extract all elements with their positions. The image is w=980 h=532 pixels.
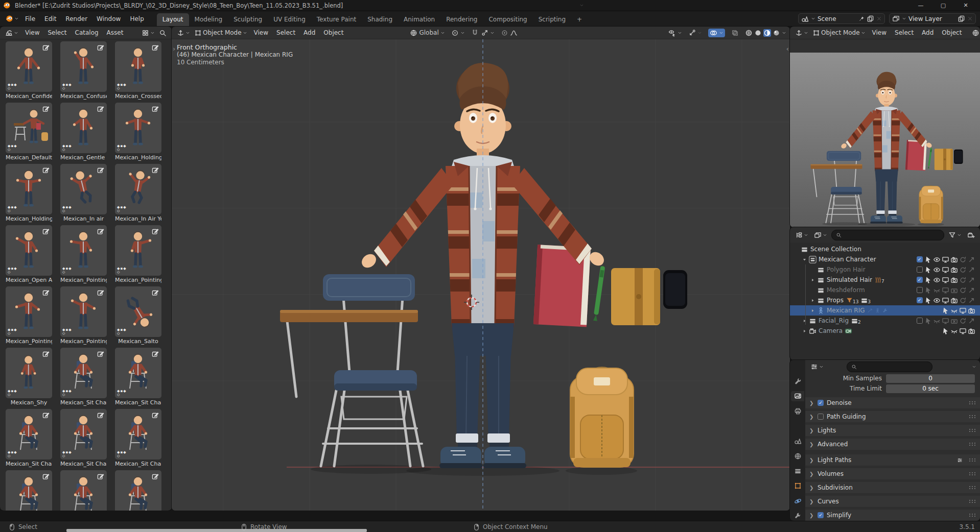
toggle-diag-dim[interactable] [967,317,976,325]
expand-right-icon[interactable] [810,308,815,313]
outliner-search-input[interactable] [831,230,944,240]
toggle-monitor[interactable] [941,297,950,304]
asset-item[interactable]: ◆▪◆◇Mexican_Holding ... [6,164,52,223]
properties-tab-render[interactable] [791,391,804,401]
toggle-check-on[interactable]: ✓ [915,297,924,303]
edit-asset-icon[interactable] [42,105,50,112]
edit-asset-icon[interactable] [42,472,50,480]
pivot-point-button[interactable] [451,29,465,37]
toggle-check-on[interactable]: ✓ [915,256,924,262]
asset-item[interactable]: ◆▪◆◇Mexican_Pointing ... [6,286,52,345]
toggle-diag-dim[interactable] [967,266,976,274]
checkbox-icon[interactable] [818,414,824,420]
editor-type-button[interactable] [175,28,192,38]
visibility-button[interactable] [668,29,682,37]
expand-right-icon[interactable] [810,278,815,282]
toggle-cursor[interactable] [924,276,932,284]
viewport-menu-view[interactable]: View [250,28,272,37]
asset-item[interactable]: ◆▪◆◇Mexican_Gentle P... [60,103,107,161]
viewport-menu-select[interactable]: Select [272,28,299,37]
asset-menu-catalog[interactable]: Catalog [71,28,103,37]
property-value-field[interactable]: 0 [886,374,975,383]
toggle-monitor[interactable] [941,256,950,263]
section-subdivision[interactable]: ❯Subdivision [805,482,980,493]
edit-asset-icon[interactable] [152,105,159,112]
new-view-layer-icon[interactable] [958,15,965,22]
toggle-cycle-dim[interactable] [959,297,967,304]
preset-menu-icon[interactable] [957,457,963,463]
tab-modeling[interactable]: Modeling [189,13,228,26]
checkbox-icon[interactable]: ✓ [818,400,824,406]
region-toggle-left-icon[interactable]: › [173,45,175,53]
section-path-guiding[interactable]: ❯Path Guiding [805,411,980,422]
toggle-cursor[interactable] [941,307,950,315]
properties-tab-collection[interactable] [791,466,804,476]
viewport-canvas[interactable] [172,39,790,511]
editor-type-button[interactable] [794,28,810,38]
chevron-down-icon[interactable] [972,365,976,369]
toggle-cycle-dim[interactable] [959,317,967,325]
section-light-paths[interactable]: ❯Light Paths [805,454,980,466]
outliner-filter-mode-button[interactable] [812,230,829,240]
edit-asset-icon[interactable] [42,43,50,51]
properties-tab-modifier[interactable] [791,511,804,521]
minimize-button[interactable]: — [909,0,932,11]
asset-item[interactable]: ◆▪◆◇Mexican_Salto [115,286,161,345]
section-curves[interactable]: ❯Curves [805,496,980,507]
outliner-row[interactable]: Props133✓ [790,295,980,305]
asset-item[interactable]: ◆▪◆◇Mexican_Sit Chair... [115,348,161,406]
edit-asset-icon[interactable] [97,411,105,419]
mode-selector[interactable]: Object Mode [811,28,867,38]
edit-asset-icon[interactable] [152,227,159,235]
close-button[interactable]: ✕ [954,0,977,11]
view-layer-selector[interactable]: View Layer [889,13,976,24]
toggle-check-off[interactable] [915,318,924,324]
tab-scripting[interactable]: Scripting [533,13,571,26]
material-shading-icon[interactable] [763,29,771,37]
edit-asset-icon[interactable] [42,227,50,235]
edit-asset-icon[interactable] [97,105,105,112]
toggle-cursor[interactable] [924,266,932,274]
edit-asset-icon[interactable] [152,166,159,174]
overlays-button[interactable] [708,29,725,37]
asset-menu-asset[interactable]: Asset [103,28,128,37]
toggle-camera[interactable] [967,327,976,335]
add-workspace-button[interactable]: + [571,13,588,26]
menu-file[interactable]: File [20,14,40,24]
viewport-menu-add[interactable]: Add [299,28,319,37]
region-toggle-right-icon[interactable]: ‹ [786,45,789,53]
asset-item[interactable]: ◆▪◆◇Mexican_Sit Chair... [6,409,52,468]
edit-asset-icon[interactable] [42,411,50,419]
tab-sculpting[interactable]: Sculpting [228,13,268,26]
menu-window[interactable]: Window [92,14,125,24]
toggle-cursor-dim[interactable] [924,317,932,325]
checkbox-icon[interactable]: ✓ [818,512,824,518]
wireframe-shading-icon[interactable] [745,29,753,37]
asset-item[interactable]: ◆▪◆◇Mexican_Pointing ... [60,286,107,345]
toggle-cursor-dim[interactable] [924,286,932,294]
toggle-monitor[interactable] [941,276,950,284]
maximize-button[interactable]: ▢ [932,0,954,11]
outliner-row[interactable]: Mexican Character✓ [790,254,980,264]
asset-item[interactable]: ◆▪◆◇Mexican_In Air Yess [115,164,161,223]
toggle-monitor[interactable] [959,327,967,335]
edit-asset-icon[interactable] [97,350,105,357]
properties-search-input[interactable] [847,361,932,372]
asset-item[interactable] [60,470,107,511]
edit-asset-icon[interactable] [97,288,105,296]
asset-item[interactable]: ◆▪◆◇Mexican_Shy [6,348,52,406]
asset-menu-select[interactable]: Select [43,28,71,37]
outliner-row[interactable]: Mexican RIG [790,305,980,316]
outliner-row[interactable]: Scene Collection [790,244,980,254]
new-scene-icon[interactable] [867,15,874,22]
edit-asset-icon[interactable] [97,166,105,174]
asset-item[interactable]: ◆▪◆◇Mexican_Crossed ... [115,41,161,100]
properties-tab-scene[interactable] [791,436,804,446]
scene-selector[interactable]: Scene [798,13,885,24]
expand-right-icon[interactable] [802,329,807,333]
editor-type-button[interactable] [809,362,825,372]
toggle-diag-dim[interactable] [967,256,976,263]
section-advanced[interactable]: ❯Advanced [805,439,980,450]
asset-item[interactable]: ◆▪◆◇Mexican_Open Arm [6,225,52,284]
tab-compositing[interactable]: Compositing [483,13,532,26]
